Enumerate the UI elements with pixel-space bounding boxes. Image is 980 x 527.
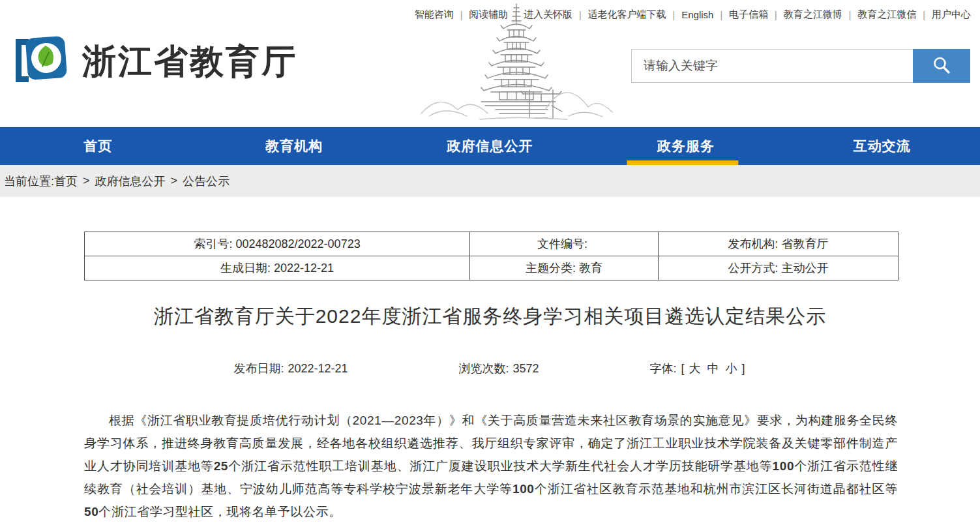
brand[interactable]: 浙江省教育厅 (9, 33, 297, 91)
breadcrumb-announcements[interactable]: 公告公示 (183, 173, 230, 189)
cell-topic-category: 主题分类:教育 (470, 256, 659, 280)
cell-label: 文件编号: (537, 237, 587, 250)
active-tab-underline (627, 160, 738, 165)
breadcrumb-separator: > (83, 174, 90, 188)
separator: | (775, 10, 777, 20)
nav-item-home[interactable]: 首页 (0, 127, 196, 165)
nav-item-education-institutions[interactable]: 教育机构 (196, 127, 393, 165)
table-row: 生成日期:2022-12-21 主题分类:教育 公开方式:主动公开 (85, 256, 898, 280)
breadcrumb: 当前位置:首页 > 政府信息公开 > 公告公示 (0, 165, 980, 197)
separator: | (923, 10, 925, 20)
cell-value: 2022-12-21 (274, 262, 334, 275)
nav-item-label: 政府信息公开 (447, 137, 533, 155)
body-number: 25 (214, 459, 228, 473)
publish-date: 发布日期:2022-12-21 (233, 361, 348, 376)
nav-item-gov-info-disclosure[interactable]: 政府信息公开 (392, 127, 588, 165)
topbar-link-weibo[interactable]: 教育之江微博 (784, 8, 842, 21)
nav-item-label: 政务服务 (657, 137, 715, 155)
nav-item-interaction[interactable]: 互动交流 (784, 127, 980, 165)
topbar-link-user-center[interactable]: 用户中心 (932, 8, 971, 21)
body-text: 个浙江省学习型社区，现将名单予以公示。 (98, 505, 341, 519)
separator: | (849, 10, 852, 20)
search-button[interactable] (913, 49, 970, 83)
article-meta: 发布日期:2022-12-21 浏览次数:3572 字体: [大中小] (0, 361, 980, 376)
bracket-close: ] (742, 362, 745, 375)
nav-item-label: 互动交流 (854, 137, 911, 155)
view-count-label: 浏览次数: (458, 362, 509, 375)
separator: | (720, 10, 722, 20)
page-title: 浙江省教育厅关于2022年度浙江省服务终身学习相关项目遴选认定结果公示 (0, 303, 980, 330)
topbar-link-smart-consult[interactable]: 智能咨询 (415, 8, 454, 21)
separator: | (460, 10, 463, 20)
topbar-link-elder-client-download[interactable]: 适老化客户端下载 (588, 8, 666, 21)
separator: | (673, 10, 676, 20)
search-icon (932, 55, 951, 77)
topbar: 智能咨询 | 阅读辅助 | 进入关怀版 | 适老化客户端下载 | English… (415, 8, 971, 21)
cell-value: 主动公开 (781, 262, 828, 275)
font-size-control: 字体: [大中小] (650, 361, 747, 376)
publish-date-label: 发布日期: (233, 362, 284, 375)
table-row: 索引号:002482082/2022-00723 文件编号: 发布机构:省教育厅 (85, 232, 898, 256)
body-text: 个浙江省示范性职工培训基地、浙江广厦建设职业技术大学新生代社会人才学历技能研学基… (228, 459, 773, 473)
document-info-table: 索引号:002482082/2022-00723 文件编号: 发布机构:省教育厅… (84, 232, 898, 280)
separator: | (514, 10, 517, 20)
body-number: 50 (84, 505, 98, 519)
nav-item-label: 教育机构 (265, 137, 323, 155)
logo-book-leaf-icon (9, 33, 69, 91)
site-name: 浙江省教育厅 (82, 39, 297, 85)
publish-date-value: 2022-12-21 (288, 362, 348, 375)
breadcrumb-prefix: 当前位置: (4, 173, 54, 189)
topbar-link-care-version[interactable]: 进入关怀版 (524, 8, 572, 21)
breadcrumb-separator: > (171, 174, 178, 188)
separator: | (579, 10, 582, 20)
nav-item-label: 首页 (83, 137, 112, 155)
topbar-link-wechat[interactable]: 教育之江微信 (857, 8, 916, 21)
cell-label: 主题分类: (526, 262, 576, 275)
body-number: 100 (773, 459, 795, 473)
bracket-open: [ (681, 362, 685, 375)
breadcrumb-gov-info[interactable]: 政府信息公开 (95, 173, 166, 189)
font-size-label: 字体: (650, 362, 677, 375)
font-size-large[interactable]: 大 (689, 362, 701, 375)
view-count-value: 3572 (513, 362, 539, 375)
cell-label: 生成日期: (220, 262, 271, 275)
cell-value: 省教育厅 (781, 237, 828, 250)
search-input[interactable] (631, 49, 913, 83)
cell-doc-number: 文件编号: (470, 232, 659, 256)
breadcrumb-home[interactable]: 首页 (54, 173, 78, 189)
article-body: 根据《浙江省职业教育提质培优行动计划（2021—2023年）》和《关于高质量营造… (84, 409, 898, 523)
body-text: 个浙江省社区教育示范基地和杭州市滨江区长河街道晶都社区等 (535, 482, 898, 496)
cell-index-number: 索引号:002482082/2022-00723 (85, 232, 470, 256)
view-count: 浏览次数:3572 (458, 361, 539, 376)
cell-label: 索引号: (194, 237, 232, 250)
cell-value: 002482082/2022-00723 (235, 237, 360, 250)
topbar-link-email[interactable]: 电子信箱 (729, 8, 768, 21)
cell-label: 公开方式: (728, 262, 778, 275)
cell-label: 发布机构: (728, 237, 778, 250)
cell-disclosure-method: 公开方式:主动公开 (658, 256, 898, 280)
cell-value: 教育 (579, 262, 602, 275)
font-size-small[interactable]: 小 (726, 362, 737, 375)
site-search (631, 49, 970, 83)
font-size-medium[interactable]: 中 (707, 362, 719, 375)
nav-item-gov-services[interactable]: 政务服务 (588, 127, 784, 165)
body-number: 100 (512, 482, 535, 496)
topbar-link-english[interactable]: English (681, 9, 713, 20)
topbar-link-reading-assist[interactable]: 阅读辅助 (469, 8, 508, 21)
main-nav: 首页 教育机构 政府信息公开 政务服务 互动交流 (0, 127, 980, 165)
cell-created-date: 生成日期:2022-12-21 (85, 256, 470, 280)
cell-publisher: 发布机构:省教育厅 (658, 232, 898, 256)
